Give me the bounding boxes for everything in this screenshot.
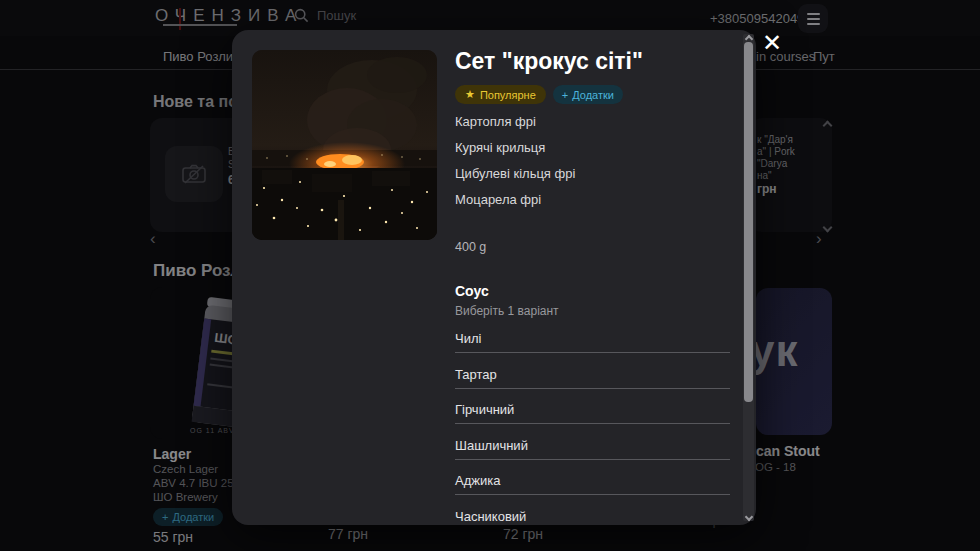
modal-product-photo: [252, 50, 437, 240]
sauce-option-garlic[interactable]: Часниковий: [455, 509, 526, 524]
set-item-3: Цибулеві кільця фрі: [455, 166, 575, 181]
divider: [455, 494, 730, 495]
addons-badge: + Додатки: [553, 85, 623, 104]
sauce-option-tartar[interactable]: Тартар: [455, 367, 497, 382]
set-item-2: Курячі крильця: [455, 140, 545, 155]
divider: [455, 459, 730, 460]
divider: [455, 388, 730, 389]
fire-night-photo: [252, 50, 437, 240]
plus-icon: +: [562, 89, 568, 101]
set-item-4: Моцарела фрі: [455, 192, 541, 207]
modal-scrollbar-thumb[interactable]: [744, 42, 753, 402]
set-item-1: Картопля фрі: [455, 114, 536, 129]
sauce-option-mustard[interactable]: Гірчичний: [455, 402, 514, 417]
app-window: ОЧЕНЗИВА Пошук +380509542049 Пиво Розлив…: [0, 0, 980, 551]
divider: [455, 352, 730, 353]
divider: [455, 423, 730, 424]
product-modal: Сет "крокус сіті" ★ Популярне + Додатки …: [232, 30, 756, 525]
modal-title: Сет "крокус сіті": [455, 48, 643, 75]
sauce-option-adjika[interactable]: Аджика: [455, 473, 500, 488]
option-group-hint: Виберіть 1 варіант: [455, 304, 559, 318]
modal-badges: ★ Популярне + Додатки: [455, 85, 623, 104]
popular-badge: ★ Популярне: [455, 85, 546, 104]
close-button[interactable]: ✕: [762, 30, 782, 56]
weight-label: 400 g: [455, 240, 486, 254]
sauce-option-chili[interactable]: Чилі: [455, 331, 481, 346]
sauce-option-shashlik[interactable]: Шашличний: [455, 438, 528, 453]
star-icon: ★: [465, 88, 475, 101]
option-group-title: Соус: [455, 283, 489, 299]
